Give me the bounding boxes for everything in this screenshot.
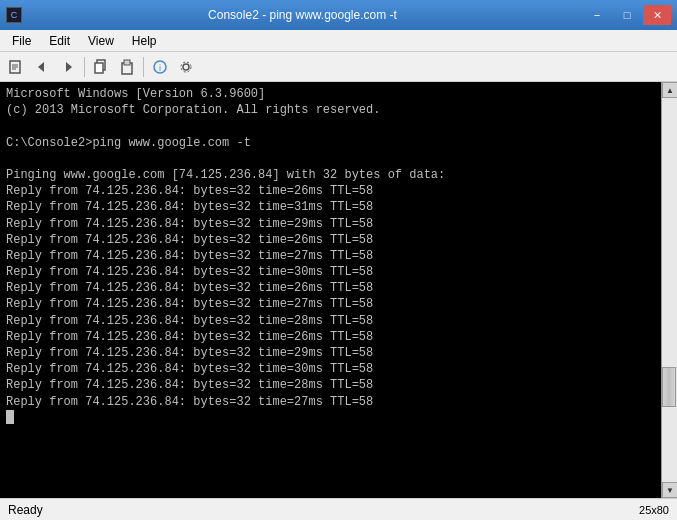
svg-point-12 xyxy=(183,64,189,70)
svg-rect-9 xyxy=(124,60,130,65)
status-text: Ready xyxy=(8,503,43,517)
close-button[interactable]: ✕ xyxy=(643,5,671,25)
toolbar-paste[interactable] xyxy=(115,55,139,79)
scroll-down-arrow[interactable]: ▼ xyxy=(662,482,677,498)
scroll-track[interactable] xyxy=(662,98,677,482)
paste-icon xyxy=(119,59,135,75)
toolbar-forward[interactable] xyxy=(56,55,80,79)
svg-text:i: i xyxy=(159,63,161,73)
cursor-line xyxy=(6,410,655,424)
toolbar-sep-1 xyxy=(84,57,85,77)
toolbar-back[interactable] xyxy=(30,55,54,79)
console-wrapper: Microsoft Windows [Version 6.3.9600] (c)… xyxy=(0,82,677,498)
toolbar-copy[interactable] xyxy=(89,55,113,79)
title-bar: C Console2 - ping www.google.com -t − □ … xyxy=(0,0,677,30)
menu-edit[interactable]: Edit xyxy=(41,32,78,50)
svg-rect-7 xyxy=(95,63,103,73)
menu-bar: File Edit View Help xyxy=(0,30,677,52)
menu-help[interactable]: Help xyxy=(124,32,165,50)
scrollbar[interactable]: ▲ ▼ xyxy=(661,82,677,498)
cursor-block xyxy=(6,410,14,424)
minimize-button[interactable]: − xyxy=(583,5,611,25)
svg-marker-4 xyxy=(38,62,44,72)
status-dimensions: 25x80 xyxy=(639,504,669,516)
title-bar-left: C xyxy=(6,7,22,23)
toolbar-new-tab[interactable] xyxy=(4,55,28,79)
new-tab-icon xyxy=(8,59,24,75)
toolbar-settings[interactable] xyxy=(174,55,198,79)
status-bar: Ready 25x80 xyxy=(0,498,677,520)
maximize-button[interactable]: □ xyxy=(613,5,641,25)
console-content[interactable]: Microsoft Windows [Version 6.3.9600] (c)… xyxy=(0,82,661,498)
scroll-thumb[interactable] xyxy=(662,367,676,407)
console-output: Microsoft Windows [Version 6.3.9600] (c)… xyxy=(6,86,655,410)
app-icon-text: C xyxy=(11,10,18,20)
menu-view[interactable]: View xyxy=(80,32,122,50)
scroll-up-arrow[interactable]: ▲ xyxy=(662,82,677,98)
back-icon xyxy=(34,59,50,75)
window-controls: − □ ✕ xyxy=(583,5,671,25)
toolbar-info[interactable]: i xyxy=(148,55,172,79)
window-title: Console2 - ping www.google.com -t xyxy=(22,8,583,22)
app-icon: C xyxy=(6,7,22,23)
toolbar-sep-2 xyxy=(143,57,144,77)
copy-icon xyxy=(93,59,109,75)
settings-icon xyxy=(178,59,194,75)
svg-marker-5 xyxy=(66,62,72,72)
toolbar: i xyxy=(0,52,677,82)
menu-file[interactable]: File xyxy=(4,32,39,50)
window: C Console2 - ping www.google.com -t − □ … xyxy=(0,0,677,520)
forward-icon xyxy=(60,59,76,75)
info-icon: i xyxy=(152,59,168,75)
